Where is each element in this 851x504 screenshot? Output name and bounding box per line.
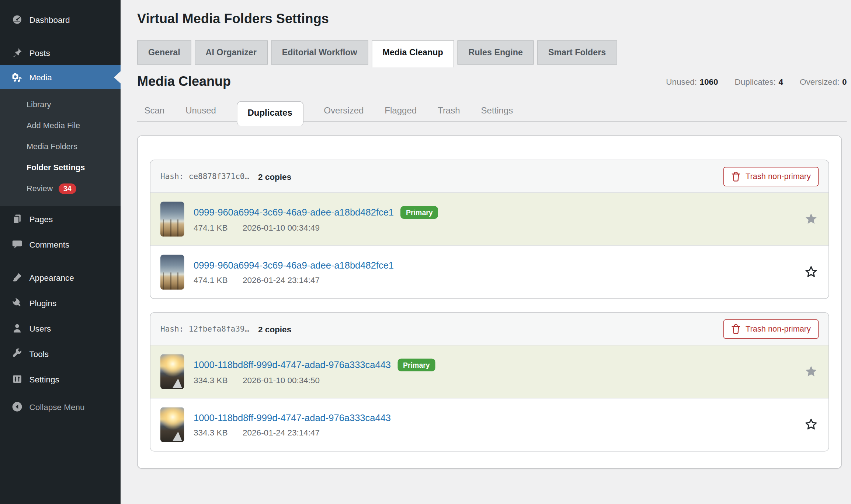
stat-value: 0: [842, 77, 847, 86]
stat-label: Duplicates:: [735, 77, 776, 86]
hash-label: Hash:: [160, 172, 184, 181]
file-thumbnail[interactable]: [160, 354, 184, 389]
file-name-link[interactable]: 1000-118bd8ff-999d-4747-adad-976a333ca44…: [194, 413, 391, 424]
trash-button-label: Trash non-primary: [746, 325, 811, 333]
settings-tabs: General AI Organizer Editorial Workflow …: [137, 41, 847, 65]
sidebar-item-plugins[interactable]: Plugins: [0, 290, 121, 316]
file-thumbnail[interactable]: [160, 255, 184, 290]
sidebar-item-label: Collapse Menu: [29, 402, 85, 412]
duplicate-group: Hash: ce8878f371c0… 2 copies Trash non-p…: [150, 160, 829, 299]
tab-rules-engine[interactable]: Rules Engine: [458, 41, 534, 65]
hash-value: 12fbefa8fa39…: [189, 325, 249, 333]
file-size: 334.3 KB: [194, 427, 228, 437]
star-outline-icon[interactable]: [803, 265, 819, 280]
brush-icon: [12, 272, 23, 283]
file-date: 2026-01-24 23:14:47: [243, 427, 320, 437]
pushpin-icon: [12, 47, 23, 58]
wrench-icon: [12, 348, 23, 359]
subtab-duplicates[interactable]: Duplicates: [236, 101, 303, 126]
star-filled-icon: [803, 364, 819, 379]
subtab-unused[interactable]: Unused: [185, 100, 217, 121]
menu-separator: [0, 32, 121, 40]
copies-count: 2 copies: [258, 324, 291, 334]
duplicate-group-header: Hash: 12fbefa8fa39… 2 copies Trash non-p…: [150, 313, 829, 345]
file-info: 0999-960a6994-3c69-46a9-adee-a18bd482fce…: [194, 260, 394, 284]
sidebar-item-appearance[interactable]: Appearance: [0, 265, 121, 290]
settings-page: Virtual Media Folders Settings General A…: [121, 0, 851, 469]
duplicate-file-row: 1000-118bd8ff-999d-4747-adad-976a333ca44…: [150, 398, 829, 451]
tab-editorial-workflow[interactable]: Editorial Workflow: [271, 41, 368, 65]
file-name-link[interactable]: 0999-960a6994-3c69-46a9-adee-a18bd482fce…: [194, 260, 394, 271]
file-thumbnail[interactable]: [160, 202, 184, 237]
subtab-settings[interactable]: Settings: [480, 100, 514, 121]
file-name-link[interactable]: 0999-960a6994-3c69-46a9-adee-a18bd482fce…: [194, 207, 394, 218]
tab-ai-organizer[interactable]: AI Organizer: [195, 41, 268, 65]
stat-value: 1060: [700, 77, 718, 86]
active-menu-notch: [114, 71, 121, 83]
submenu-item-media-folders[interactable]: Media Folders: [0, 136, 121, 157]
media-submenu: Library Add Media File Media Folders Fol…: [0, 89, 121, 206]
sidebar-item-label: Tools: [29, 349, 49, 358]
trash-non-primary-button[interactable]: Trash non-primary: [723, 167, 819, 186]
file-date: 2026-01-10 00:34:49: [243, 223, 320, 232]
sidebar-item-label: Settings: [29, 374, 59, 384]
primary-badge: Primary: [397, 359, 435, 372]
submenu-item-library[interactable]: Library: [0, 94, 121, 115]
sidebar-item-label: Comments: [29, 239, 70, 249]
section-title: Media Cleanup: [137, 74, 231, 89]
tab-smart-folders[interactable]: Smart Folders: [537, 41, 617, 65]
submenu-item-add-media-file[interactable]: Add Media File: [0, 115, 121, 136]
sidebar-item-media[interactable]: Media: [0, 65, 121, 89]
trash-button-label: Trash non-primary: [746, 172, 811, 181]
stat-unused: Unused:1060: [666, 77, 718, 86]
submenu-item-folder-settings[interactable]: Folder Settings: [0, 157, 121, 178]
sidebar-item-posts[interactable]: Posts: [0, 40, 121, 65]
star-outline-icon[interactable]: [803, 417, 819, 433]
admin-menu: Dashboard Posts Media Library Add Media …: [0, 0, 121, 420]
tab-general[interactable]: General: [137, 41, 191, 65]
submenu-item-label: Add Media File: [27, 121, 80, 130]
file-size: 474.1 KB: [194, 275, 228, 284]
submenu-item-review[interactable]: Review 34: [0, 178, 121, 199]
sidebar-item-label: Posts: [29, 48, 50, 57]
file-info: 1000-118bd8ff-999d-4747-adad-976a333ca44…: [194, 359, 435, 385]
collapse-icon: [12, 401, 23, 412]
submenu-item-label: Library: [27, 100, 51, 109]
duplicates-panel: Hash: ce8878f371c0… 2 copies Trash non-p…: [137, 136, 842, 469]
stat-duplicates: Duplicates:4: [735, 77, 783, 86]
star-filled-icon: [803, 211, 819, 227]
file-date: 2026-01-24 23:14:47: [243, 275, 320, 284]
sidebar-item-label: Pages: [29, 214, 53, 224]
hash-label: Hash:: [160, 325, 184, 333]
sidebar-item-comments[interactable]: Comments: [0, 232, 121, 257]
subtab-flagged[interactable]: Flagged: [384, 100, 417, 121]
sidebar-item-settings[interactable]: Settings: [0, 367, 121, 392]
stat-value: 4: [778, 77, 783, 86]
hash-value: ce8878f371c0…: [189, 172, 249, 181]
file-info: 0999-960a6994-3c69-46a9-adee-a18bd482fce…: [194, 206, 438, 232]
copies-count: 2 copies: [258, 172, 291, 181]
trash-icon: [731, 323, 741, 334]
trash-non-primary-button[interactable]: Trash non-primary: [723, 319, 819, 339]
file-thumbnail[interactable]: [160, 407, 184, 442]
sidebar-item-tools[interactable]: Tools: [0, 341, 121, 367]
duplicate-file-row: 0999-960a6994-3c69-46a9-adee-a18bd482fce…: [150, 192, 829, 245]
sidebar-item-pages[interactable]: Pages: [0, 206, 121, 232]
subtab-oversized[interactable]: Oversized: [323, 100, 364, 121]
sidebar-item-dashboard[interactable]: Dashboard: [0, 7, 121, 32]
sidebar-item-label: Plugins: [29, 298, 57, 308]
subtab-trash[interactable]: Trash: [437, 100, 461, 121]
user-icon: [12, 323, 23, 334]
duplicate-group: Hash: 12fbefa8fa39… 2 copies Trash non-p…: [150, 312, 829, 452]
tab-media-cleanup[interactable]: Media Cleanup: [372, 41, 454, 68]
collapse-menu-button[interactable]: Collapse Menu: [0, 394, 121, 420]
file-name-link[interactable]: 1000-118bd8ff-999d-4747-adad-976a333ca44…: [194, 360, 391, 371]
cleanup-stats: Unused:1060 Duplicates:4 Oversized:0: [666, 77, 847, 86]
sidebar-item-users[interactable]: Users: [0, 316, 121, 341]
stat-oversized: Oversized:0: [800, 77, 847, 86]
trash-icon: [731, 171, 741, 182]
pages-icon: [12, 213, 23, 224]
subtab-scan[interactable]: Scan: [144, 100, 165, 121]
dashboard-icon: [12, 14, 23, 25]
plug-icon: [12, 297, 23, 308]
